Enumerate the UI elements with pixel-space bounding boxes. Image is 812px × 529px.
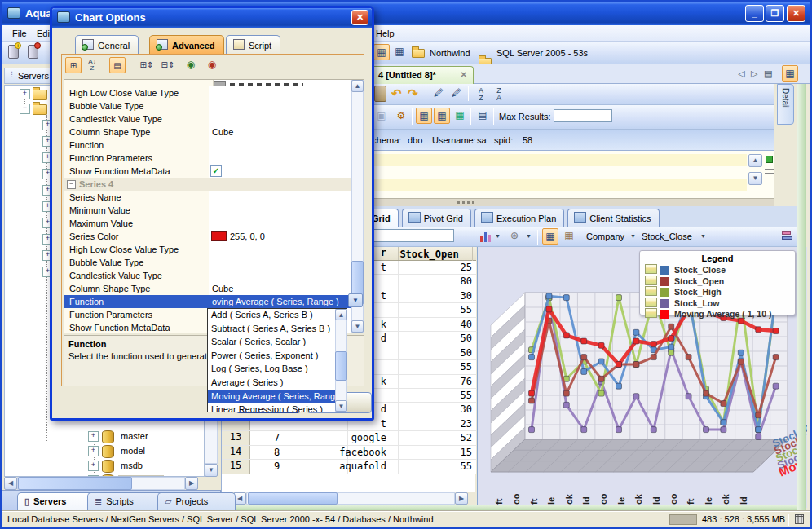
close-button[interactable]: ✕	[787, 5, 805, 22]
dropdown-item-3[interactable]: Power ( Series, Exponent )	[208, 350, 335, 364]
3d-dropdown-icon[interactable]: ▼	[526, 233, 532, 239]
dropdown-item-5[interactable]: Average ( Series )	[208, 377, 335, 390]
execute-icon[interactable]: ⚙	[393, 108, 409, 125]
tree-vscrollbar[interactable]: ▼	[205, 415, 218, 477]
table-row[interactable]: 148facebook15	[222, 446, 476, 460]
property-row-candlestick-value-type[interactable]: Candlestick Value Type	[64, 112, 351, 126]
splitter-toggle-icon[interactable]	[765, 169, 774, 174]
format-options-icon[interactable]: 🖉	[448, 86, 465, 102]
menu-help[interactable]: Help	[371, 28, 399, 39]
grid-mode-icon[interactable]: ▦	[782, 65, 798, 82]
sql-editor[interactable]: ▲ ▼	[371, 151, 774, 198]
categorized-view-icon[interactable]: ⊞	[65, 57, 82, 73]
format-brush-icon[interactable]: 🖉	[430, 86, 447, 102]
detail-side-tab[interactable]: Detail	[777, 84, 794, 125]
group-by-select[interactable]: Company	[586, 231, 624, 241]
dialog-close-button[interactable]: ✕	[351, 10, 368, 25]
export-settings-icon[interactable]: ◉	[204, 57, 220, 73]
property-row-bubble-value-type[interactable]: Bubble Value Type	[64, 99, 351, 112]
table-row[interactable]: 159aquafold55	[222, 460, 476, 474]
grid-results-icon[interactable]: ▦	[416, 108, 432, 124]
dropdown-item-1[interactable]: Subtract ( Series A, Series B )	[208, 323, 335, 337]
chart-type-dropdown-icon[interactable]: ▼	[495, 233, 501, 239]
sort-az-icon[interactable]: AZ	[473, 86, 489, 102]
dropdown-item-4[interactable]: Log ( Series, Log Base )	[208, 363, 335, 377]
scroll-thumb[interactable]	[335, 351, 347, 381]
legend-toggle-icon[interactable]	[782, 231, 793, 241]
grid-export-icon[interactable]: ▦	[452, 108, 468, 124]
collapse-rows-icon[interactable]: ⊟⇕	[160, 57, 176, 73]
property-row-bubble-value-type[interactable]: Bubble Value Type	[64, 256, 351, 269]
scroll-thumb[interactable]	[248, 492, 338, 505]
window-layout-icon[interactable]: ▦	[373, 44, 390, 60]
menu-file[interactable]: File	[7, 28, 32, 39]
scroll-thumb[interactable]	[18, 477, 132, 490]
alphabetical-sort-icon[interactable]: A↓Z	[84, 57, 100, 73]
series-field-select[interactable]: Stock_Close	[642, 231, 692, 241]
grid-hscrollbar[interactable]: ◀ ▶	[233, 492, 468, 505]
tree-collapse-icon[interactable]: −	[20, 104, 30, 114]
dialog-titlebar[interactable]: Chart Options ✕	[52, 8, 372, 28]
scroll-right-button[interactable]: ▶	[455, 492, 468, 505]
document-tab[interactable]: 4 [Untitled 8]* ✕	[371, 66, 474, 84]
function-combo-button[interactable]: ▼	[348, 293, 363, 307]
tree-hscrollbar[interactable]: ◀ ▶	[4, 477, 198, 490]
description-pane-icon[interactable]: ▤	[109, 57, 126, 73]
series-dropdown-icon[interactable]: ▼	[700, 233, 706, 239]
property-row-column-shape-type[interactable]: Column Shape TypeCube	[64, 126, 351, 139]
property-row-function[interactable]: Functionoving Average ( Series, Range )	[64, 295, 351, 308]
function-dropdown[interactable]: Add ( Series A, Series B )Subtract ( Ser…	[207, 308, 347, 412]
connection-label[interactable]: Northwind	[430, 48, 470, 58]
prev-doc-icon[interactable]: ◁	[738, 68, 744, 79]
redo-icon[interactable]: ↷	[408, 86, 418, 101]
checkbox-checked-icon[interactable]: ✓	[210, 165, 222, 177]
stock-open-column-header[interactable]: Stock_Open	[386, 247, 473, 262]
tree-item-expand-icon[interactable]: +	[88, 431, 99, 442]
property-row-partial[interactable]	[64, 80, 351, 86]
property-row-series-4[interactable]: −Series 4	[64, 178, 351, 192]
dropdown-item-0[interactable]: Add ( Series A, Series B )	[208, 309, 335, 323]
dropdown-item-2[interactable]: Scalar ( Series, Scalar )	[208, 336, 335, 350]
table-row[interactable]: 137google52	[222, 431, 476, 445]
paste-icon[interactable]	[374, 86, 386, 102]
register-server-icon[interactable]: +	[8, 45, 19, 59]
trash-icon[interactable]	[795, 514, 804, 524]
max-results-input[interactable]	[554, 109, 612, 122]
property-row-series-name[interactable]: Series Name	[64, 191, 351, 204]
editor-scroll-up[interactable]: ▲	[748, 154, 762, 167]
stop-icon[interactable]: ▣	[373, 108, 390, 125]
property-row-high-low-close-value-type[interactable]: High Low Close Value Type	[64, 86, 351, 99]
sort-za-icon[interactable]: ZA	[491, 86, 507, 102]
next-doc-icon[interactable]: ▷	[751, 68, 757, 79]
scroll-down-button[interactable]: ▼	[351, 320, 364, 333]
property-row-candlestick-value-type[interactable]: Candlestick Value Type	[64, 269, 351, 282]
collapse-box-icon[interactable]: −	[67, 180, 76, 189]
tree-item-expand-icon[interactable]: +	[88, 446, 99, 456]
property-row-function-parameters[interactable]: Function Parameters	[64, 152, 351, 165]
3d-view-icon[interactable]: ⊛	[506, 228, 523, 245]
property-row-minimum-value[interactable]: Minimum Value	[64, 204, 351, 217]
property-row-show-function-metadata[interactable]: Show Function MetaData✓	[64, 165, 351, 178]
property-row-function[interactable]: Function	[64, 139, 351, 152]
chart-options-dialog[interactable]: Chart Options ✕ General Advanced Script …	[50, 6, 374, 421]
tree-expand-icon[interactable]: +	[20, 89, 30, 99]
chart-grid-icon[interactable]: ▦	[542, 228, 558, 245]
tree-item-expand-icon[interactable]: +	[88, 461, 99, 471]
scroll-up-button[interactable]: ▲	[335, 309, 347, 320]
tree-item-model[interactable]: model	[118, 446, 148, 456]
maximize-button[interactable]: ❐	[766, 5, 784, 22]
property-row-column-shape-type[interactable]: Column Shape TypeCube	[64, 282, 351, 295]
server-label[interactable]: SQL Server 2005 - 53s	[496, 48, 588, 58]
import-settings-icon[interactable]: ◉	[183, 57, 199, 73]
minimize-button[interactable]: _	[745, 5, 764, 22]
chart-type-icon[interactable]	[480, 231, 492, 242]
tree-item-msdb[interactable]: msdb	[118, 461, 145, 470]
editor-scroll-down[interactable]: ▼	[748, 172, 762, 185]
doc-list-icon[interactable]: ▤	[764, 68, 772, 79]
property-row-series-color[interactable]: Series Color255, 0, 0	[64, 230, 351, 243]
dropdown-item-6[interactable]: Moving Average ( Series, Range	[208, 390, 335, 404]
property-row-maximum-value[interactable]: Maximum Value	[64, 217, 351, 230]
expand-rows-icon[interactable]: ⊞⇕	[139, 57, 155, 73]
scroll-up-button[interactable]: ▲	[351, 80, 364, 92]
scroll-down-button[interactable]: ▼	[335, 400, 347, 412]
